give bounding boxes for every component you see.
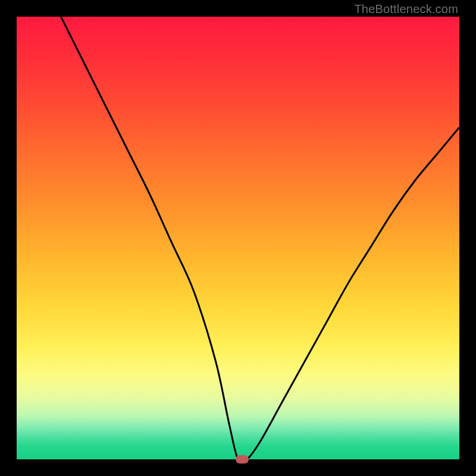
bottleneck-curve [17, 17, 459, 459]
optimal-point-marker [236, 455, 249, 464]
curve-path [61, 17, 459, 459]
watermark-text: TheBottleneck.com [354, 2, 458, 16]
chart-frame: TheBottleneck.com [0, 0, 476, 476]
plot-area [17, 17, 459, 459]
